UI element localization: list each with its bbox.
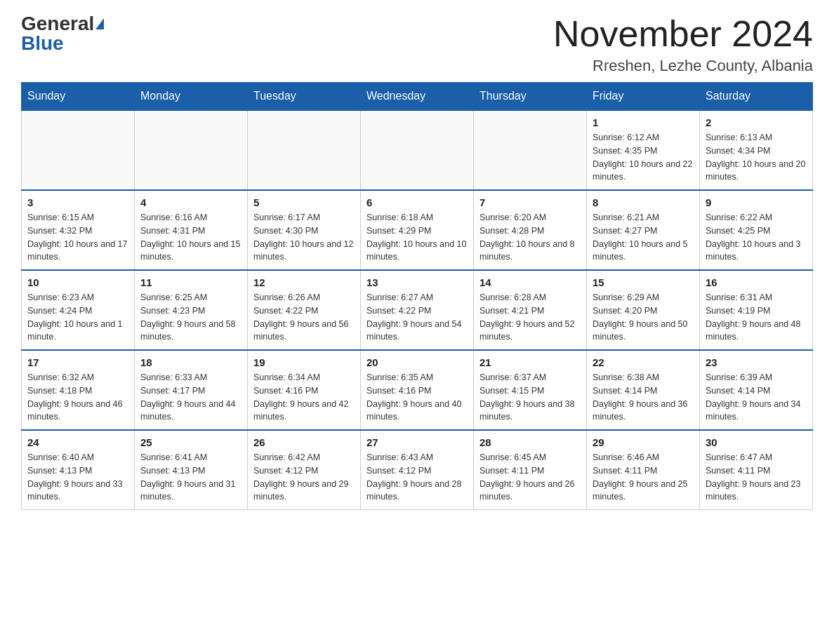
day-number: 30 (706, 436, 807, 448)
day-info: Sunrise: 6:29 AMSunset: 4:20 PMDaylight:… (593, 291, 694, 344)
day-number: 2 (706, 116, 807, 128)
day-number: 11 (140, 276, 241, 288)
calendar-cell: 21Sunrise: 6:37 AMSunset: 4:15 PMDayligh… (474, 350, 587, 430)
calendar-cell: 23Sunrise: 6:39 AMSunset: 4:14 PMDayligh… (700, 350, 813, 430)
calendar-cell: 30Sunrise: 6:47 AMSunset: 4:11 PMDayligh… (700, 430, 813, 510)
calendar-week-row: 3Sunrise: 6:15 AMSunset: 4:32 PMDaylight… (22, 190, 813, 270)
day-number: 18 (140, 356, 241, 368)
day-number: 12 (253, 276, 355, 288)
day-info: Sunrise: 6:38 AMSunset: 4:14 PMDaylight:… (593, 371, 694, 424)
day-number: 26 (253, 436, 355, 448)
weekday-header-sunday: Sunday (22, 83, 135, 111)
day-info: Sunrise: 6:18 AMSunset: 4:29 PMDaylight:… (366, 211, 468, 264)
day-number: 8 (593, 196, 694, 208)
day-info: Sunrise: 6:13 AMSunset: 4:34 PMDaylight:… (706, 131, 807, 184)
calendar-cell: 18Sunrise: 6:33 AMSunset: 4:17 PMDayligh… (135, 350, 248, 430)
calendar-cell: 9Sunrise: 6:22 AMSunset: 4:25 PMDaylight… (700, 190, 813, 270)
calendar-cell: 16Sunrise: 6:31 AMSunset: 4:19 PMDayligh… (700, 270, 813, 350)
day-info: Sunrise: 6:40 AMSunset: 4:13 PMDaylight:… (27, 451, 128, 504)
day-number: 24 (27, 436, 128, 448)
calendar-cell: 12Sunrise: 6:26 AMSunset: 4:22 PMDayligh… (248, 270, 361, 350)
day-number: 27 (366, 436, 468, 448)
day-number: 23 (706, 356, 807, 368)
calendar-cell: 28Sunrise: 6:45 AMSunset: 4:11 PMDayligh… (474, 430, 587, 510)
calendar-cell: 7Sunrise: 6:20 AMSunset: 4:28 PMDaylight… (474, 190, 587, 270)
calendar-cell (474, 110, 587, 190)
calendar-cell: 27Sunrise: 6:43 AMSunset: 4:12 PMDayligh… (361, 430, 474, 510)
calendar-cell: 6Sunrise: 6:18 AMSunset: 4:29 PMDaylight… (361, 190, 474, 270)
day-number: 21 (479, 356, 581, 368)
calendar-week-row: 17Sunrise: 6:32 AMSunset: 4:18 PMDayligh… (22, 350, 813, 430)
day-number: 7 (479, 196, 581, 208)
calendar-cell (248, 110, 361, 190)
calendar-week-row: 10Sunrise: 6:23 AMSunset: 4:24 PMDayligh… (22, 270, 813, 350)
calendar-cell: 13Sunrise: 6:27 AMSunset: 4:22 PMDayligh… (361, 270, 474, 350)
day-info: Sunrise: 6:46 AMSunset: 4:11 PMDaylight:… (593, 451, 694, 504)
title-block: November 2024 Rreshen, Lezhe County, Alb… (553, 14, 813, 75)
weekday-header-saturday: Saturday (700, 83, 813, 111)
day-info: Sunrise: 6:28 AMSunset: 4:21 PMDaylight:… (479, 291, 581, 344)
calendar-cell: 11Sunrise: 6:25 AMSunset: 4:23 PMDayligh… (135, 270, 248, 350)
calendar-cell: 17Sunrise: 6:32 AMSunset: 4:18 PMDayligh… (22, 350, 135, 430)
calendar-cell: 2Sunrise: 6:13 AMSunset: 4:34 PMDaylight… (700, 110, 813, 190)
calendar-cell: 19Sunrise: 6:34 AMSunset: 4:16 PMDayligh… (248, 350, 361, 430)
calendar-cell: 14Sunrise: 6:28 AMSunset: 4:21 PMDayligh… (474, 270, 587, 350)
day-info: Sunrise: 6:23 AMSunset: 4:24 PMDaylight:… (27, 291, 128, 344)
calendar-cell: 22Sunrise: 6:38 AMSunset: 4:14 PMDayligh… (587, 350, 700, 430)
day-number: 1 (593, 116, 694, 128)
location-title: Rreshen, Lezhe County, Albania (553, 57, 813, 75)
day-info: Sunrise: 6:34 AMSunset: 4:16 PMDaylight:… (253, 371, 355, 424)
day-number: 19 (253, 356, 355, 368)
calendar-cell: 1Sunrise: 6:12 AMSunset: 4:35 PMDaylight… (587, 110, 700, 190)
calendar-cell: 15Sunrise: 6:29 AMSunset: 4:20 PMDayligh… (587, 270, 700, 350)
calendar-cell: 29Sunrise: 6:46 AMSunset: 4:11 PMDayligh… (587, 430, 700, 510)
day-number: 25 (140, 436, 241, 448)
day-number: 29 (593, 436, 694, 448)
day-info: Sunrise: 6:41 AMSunset: 4:13 PMDaylight:… (140, 451, 241, 504)
calendar-week-row: 24Sunrise: 6:40 AMSunset: 4:13 PMDayligh… (22, 430, 813, 510)
day-number: 14 (479, 276, 581, 288)
logo-triangle-icon (95, 18, 104, 29)
day-number: 5 (253, 196, 355, 208)
day-info: Sunrise: 6:39 AMSunset: 4:14 PMDaylight:… (706, 371, 807, 424)
calendar-cell (361, 110, 474, 190)
day-number: 17 (27, 356, 128, 368)
logo-general-text: General (21, 14, 94, 34)
day-info: Sunrise: 6:27 AMSunset: 4:22 PMDaylight:… (366, 291, 468, 344)
day-info: Sunrise: 6:35 AMSunset: 4:16 PMDaylight:… (366, 371, 468, 424)
calendar-cell: 8Sunrise: 6:21 AMSunset: 4:27 PMDaylight… (587, 190, 700, 270)
day-info: Sunrise: 6:33 AMSunset: 4:17 PMDaylight:… (140, 371, 241, 424)
page-header: General Blue November 2024 Rreshen, Lezh… (21, 14, 813, 75)
logo: General Blue (21, 14, 104, 53)
calendar-cell: 26Sunrise: 6:42 AMSunset: 4:12 PMDayligh… (248, 430, 361, 510)
day-number: 16 (706, 276, 807, 288)
day-info: Sunrise: 6:31 AMSunset: 4:19 PMDaylight:… (706, 291, 807, 344)
day-info: Sunrise: 6:25 AMSunset: 4:23 PMDaylight:… (140, 291, 241, 344)
day-info: Sunrise: 6:45 AMSunset: 4:11 PMDaylight:… (479, 451, 581, 504)
weekday-header-wednesday: Wednesday (361, 83, 474, 111)
day-number: 13 (366, 276, 468, 288)
day-info: Sunrise: 6:47 AMSunset: 4:11 PMDaylight:… (706, 451, 807, 504)
day-info: Sunrise: 6:42 AMSunset: 4:12 PMDaylight:… (253, 451, 355, 504)
day-number: 3 (27, 196, 128, 208)
calendar-week-row: 1Sunrise: 6:12 AMSunset: 4:35 PMDaylight… (22, 110, 813, 190)
day-info: Sunrise: 6:21 AMSunset: 4:27 PMDaylight:… (593, 211, 694, 264)
calendar-cell: 3Sunrise: 6:15 AMSunset: 4:32 PMDaylight… (22, 190, 135, 270)
calendar-table: SundayMondayTuesdayWednesdayThursdayFrid… (21, 82, 813, 510)
weekday-header-tuesday: Tuesday (248, 83, 361, 111)
day-number: 9 (706, 196, 807, 208)
day-number: 4 (140, 196, 241, 208)
weekday-header-friday: Friday (587, 83, 700, 111)
day-number: 15 (593, 276, 694, 288)
calendar-cell (22, 110, 135, 190)
logo-blue-text: Blue (21, 32, 64, 54)
day-info: Sunrise: 6:43 AMSunset: 4:12 PMDaylight:… (366, 451, 468, 504)
day-number: 20 (366, 356, 468, 368)
day-info: Sunrise: 6:26 AMSunset: 4:22 PMDaylight:… (253, 291, 355, 344)
day-number: 22 (593, 356, 694, 368)
day-number: 28 (479, 436, 581, 448)
day-info: Sunrise: 6:17 AMSunset: 4:30 PMDaylight:… (253, 211, 355, 264)
calendar-cell: 5Sunrise: 6:17 AMSunset: 4:30 PMDaylight… (248, 190, 361, 270)
day-info: Sunrise: 6:16 AMSunset: 4:31 PMDaylight:… (140, 211, 241, 264)
day-info: Sunrise: 6:32 AMSunset: 4:18 PMDaylight:… (27, 371, 128, 424)
